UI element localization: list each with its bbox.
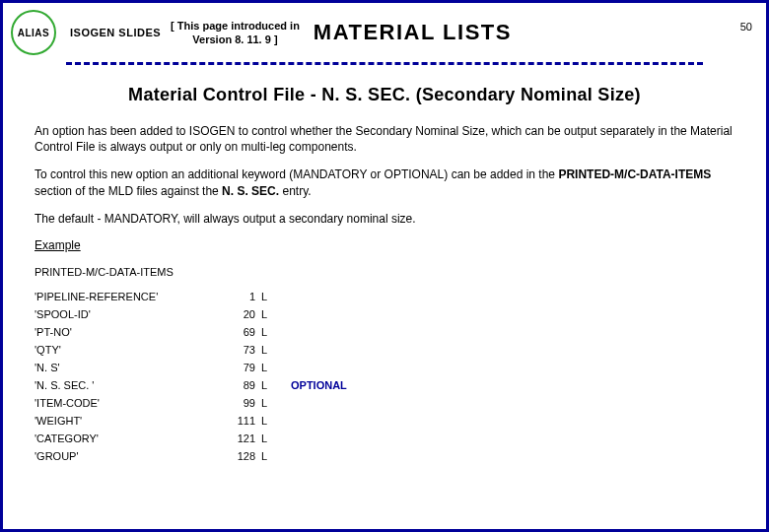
alias-badge-text: ALIAS	[18, 28, 50, 38]
item-note	[281, 412, 355, 430]
item-number: 20	[232, 305, 261, 323]
alias-badge: ALIAS	[11, 10, 56, 55]
p2-text-e: entry.	[279, 184, 311, 198]
table-row: 'GROUP'128L	[35, 447, 355, 465]
page-number: 50	[740, 21, 752, 33]
item-name: 'QTY'	[35, 341, 232, 359]
item-note	[281, 288, 355, 305]
table-row: 'PT-NO'69L	[35, 323, 355, 341]
item-note	[281, 447, 355, 465]
printed-section-label: PRINTED-M/C-DATA-ITEMS	[35, 266, 734, 278]
version-intro-line1: [ This page introduced in	[171, 19, 300, 33]
item-number: 111	[232, 412, 261, 430]
item-note	[281, 341, 355, 359]
item-name: 'N. S. SEC. '	[35, 376, 232, 394]
item-note	[281, 359, 355, 376]
isogen-slides-label: ISOGEN SLIDES	[70, 27, 161, 38]
item-l: L	[261, 305, 281, 323]
item-number: 128	[232, 447, 261, 465]
item-note: OPTIONAL	[281, 376, 355, 394]
items-table: 'PIPELINE-REFERENCE'1L'SPOOL-ID'20L'PT-N…	[35, 288, 355, 465]
item-l: L	[261, 447, 281, 465]
p2-bold-nssec: N. S. SEC.	[222, 184, 279, 198]
table-row: 'WEIGHT'111L	[35, 412, 355, 430]
item-number: 69	[232, 323, 261, 341]
slide-page: ALIAS ISOGEN SLIDES [ This page introduc…	[0, 0, 769, 532]
paragraph-3: The default - MANDATORY, will always out…	[35, 211, 734, 227]
version-intro-box: [ This page introduced in Version 8. 11.…	[171, 19, 300, 47]
item-l: L	[261, 288, 281, 305]
item-number: 89	[232, 376, 261, 394]
item-number: 73	[232, 341, 261, 359]
p2-bold-printed: PRINTED-M/C-DATA-ITEMS	[558, 167, 711, 181]
item-note	[281, 305, 355, 323]
item-l: L	[261, 359, 281, 376]
example-label: Example	[35, 238, 734, 252]
item-name: 'ITEM-CODE'	[35, 394, 232, 412]
paragraph-1: An option has been added to ISOGEN to co…	[35, 123, 734, 155]
table-row: 'SPOOL-ID'20L	[35, 305, 355, 323]
item-note	[281, 430, 355, 447]
slide-header: ALIAS ISOGEN SLIDES [ This page introduc…	[3, 3, 766, 62]
item-l: L	[261, 341, 281, 359]
item-l: L	[261, 412, 281, 430]
slide-content: Material Control File - N. S. SEC. (Seco…	[3, 65, 766, 465]
table-row: 'ITEM-CODE'99L	[35, 394, 355, 412]
item-name: 'CATEGORY'	[35, 430, 232, 447]
item-note	[281, 394, 355, 412]
p2-text-c: section of the MLD files against the	[35, 184, 222, 198]
item-l: L	[261, 394, 281, 412]
item-name: 'WEIGHT'	[35, 412, 232, 430]
item-name: 'PIPELINE-REFERENCE'	[35, 288, 232, 305]
item-l: L	[261, 323, 281, 341]
item-l: L	[261, 376, 281, 394]
table-row: 'PIPELINE-REFERENCE'1L	[35, 288, 355, 305]
slide-title: Material Control File - N. S. SEC. (Seco…	[35, 85, 734, 105]
item-name: 'SPOOL-ID'	[35, 305, 232, 323]
item-number: 121	[232, 430, 261, 447]
item-name: 'N. S'	[35, 359, 232, 376]
item-number: 99	[232, 394, 261, 412]
item-name: 'GROUP'	[35, 447, 232, 465]
material-lists-heading: MATERIAL LISTS	[314, 20, 512, 45]
p2-text-a: To control this new option an additional…	[35, 167, 558, 181]
item-l: L	[261, 430, 281, 447]
item-number: 1	[232, 288, 261, 305]
paragraph-2: To control this new option an additional…	[35, 166, 734, 198]
table-row: 'N. S'79L	[35, 359, 355, 376]
item-note	[281, 323, 355, 341]
item-name: 'PT-NO'	[35, 323, 232, 341]
table-row: 'CATEGORY'121L	[35, 430, 355, 447]
table-row: 'QTY'73L	[35, 341, 355, 359]
item-number: 79	[232, 359, 261, 376]
version-intro-line2: Version 8. 11. 9 ]	[171, 33, 300, 46]
table-row: 'N. S. SEC. '89LOPTIONAL	[35, 376, 355, 394]
